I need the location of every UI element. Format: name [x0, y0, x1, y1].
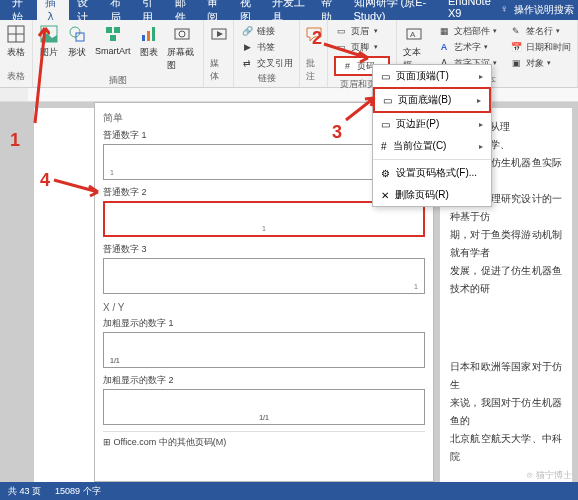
group-label: 表格: [7, 70, 25, 83]
chevron-right-icon: ▸: [479, 120, 483, 129]
shapes-icon: [67, 24, 87, 44]
office-icon: ⊞: [103, 437, 111, 447]
tell-me[interactable]: ♀操作说明搜索: [501, 3, 575, 17]
wordart-icon: A: [437, 40, 451, 54]
crossref-icon: ⇄: [240, 56, 254, 70]
group-label: 链接: [258, 72, 276, 85]
textbox-icon: A: [404, 24, 424, 44]
header-button[interactable]: ▭页眉▾: [334, 24, 390, 38]
signature-icon: ✎: [509, 24, 523, 38]
table-icon: [6, 24, 26, 44]
smartart-icon: [103, 24, 123, 44]
svg-rect-8: [114, 27, 120, 33]
preview: 1/1: [103, 332, 425, 368]
smartart-button[interactable]: SmartArt: [95, 24, 131, 56]
links-button[interactable]: 🔗链接: [240, 24, 293, 38]
group-label: 批注: [306, 57, 321, 83]
status-words[interactable]: 15089 个字: [55, 485, 101, 498]
screenshot-icon: [172, 24, 192, 44]
gallery-more-from-office[interactable]: ⊞ Office.com 中的其他页码(M): [103, 431, 425, 449]
gallery-item[interactable]: 加粗显示的数字 2 1/1: [103, 374, 425, 425]
chevron-right-icon: ▸: [477, 96, 481, 105]
svg-rect-10: [142, 35, 145, 41]
menu-format-page-numbers[interactable]: ⚙设置页码格式(F)...: [373, 162, 491, 184]
svg-rect-9: [110, 35, 116, 41]
pictures-button[interactable]: 图片: [39, 24, 59, 59]
doc-icon: ▭: [381, 119, 390, 130]
menu-bottom-of-page[interactable]: ▭页面底端(B)▸: [373, 87, 491, 113]
svg-rect-12: [152, 27, 155, 41]
media-icon: [209, 24, 229, 44]
watermark: ⊙ 猫宁博士: [526, 469, 572, 482]
shapes-button[interactable]: 形状: [67, 24, 87, 59]
gallery-section-xy: X / Y: [103, 302, 425, 313]
menu-current-position[interactable]: #当前位置(C)▸: [373, 135, 491, 157]
signature-button[interactable]: ✎签名行▾: [509, 24, 571, 38]
menu-top-of-page[interactable]: ▭页面顶端(T)▸: [373, 65, 491, 87]
comment-button[interactable]: [304, 24, 324, 44]
svg-rect-7: [106, 27, 112, 33]
datetime-button[interactable]: 📅日期和时间: [509, 40, 571, 54]
svg-text:A: A: [410, 30, 416, 39]
svg-point-14: [179, 31, 185, 37]
preview: 1: [103, 258, 425, 294]
chart-button[interactable]: 图表: [139, 24, 159, 59]
pagenum-icon: #: [340, 59, 354, 73]
footer-icon: ▭: [334, 40, 348, 54]
doc-icon: ▭: [383, 95, 392, 106]
preview: 1/1: [103, 389, 425, 425]
menu-remove-page-numbers[interactable]: ✕删除页码(R): [373, 184, 491, 206]
link-icon: 🔗: [240, 24, 254, 38]
footer-button[interactable]: ▭页脚▾: [334, 40, 390, 54]
quickparts-button[interactable]: ▦文档部件▾: [437, 24, 497, 38]
wordart-button[interactable]: A艺术字▾: [437, 40, 497, 54]
gallery-item[interactable]: 普通数字 3 1: [103, 243, 425, 294]
group-label: 媒体: [210, 57, 227, 83]
chevron-right-icon: ▸: [479, 142, 483, 151]
picture-icon: [39, 24, 59, 44]
gallery-item[interactable]: 加粗显示的数字 1 1/1: [103, 317, 425, 368]
format-icon: ⚙: [381, 168, 390, 179]
status-pages[interactable]: 共 43 页: [8, 485, 41, 498]
menu-page-margins[interactable]: ▭页边距(P)▸: [373, 113, 491, 135]
page-number-menu: ▭页面顶端(T)▸ ▭页面底端(B)▸ ▭页边距(P)▸ #当前位置(C)▸ ⚙…: [372, 64, 492, 207]
bookmark-button[interactable]: ▶书签: [240, 40, 293, 54]
remove-icon: ✕: [381, 190, 389, 201]
header-icon: ▭: [334, 24, 348, 38]
ribbon-tabs: 开始 插入 设计 布局 引用 邮件 审阅 视图 开发工具 帮助 知网研学 (原E…: [0, 0, 578, 20]
screenshot-button[interactable]: 屏幕截图: [167, 24, 198, 72]
group-label: 插图: [109, 74, 127, 87]
crossref-button[interactable]: ⇄交叉引用: [240, 56, 293, 70]
datetime-icon: 📅: [509, 40, 523, 54]
table-button[interactable]: 表格: [6, 24, 26, 59]
object-button[interactable]: ▣对象▾: [509, 56, 571, 70]
doc-icon: ▭: [381, 71, 390, 82]
svg-point-4: [44, 29, 48, 33]
svg-point-5: [70, 27, 80, 37]
svg-rect-11: [147, 31, 150, 41]
object-icon: ▣: [509, 56, 523, 70]
bookmark-icon: ▶: [240, 40, 254, 54]
status-bar: 共 43 页 15089 个字: [0, 482, 578, 500]
parts-icon: ▦: [437, 24, 451, 38]
doc-icon: #: [381, 141, 387, 152]
comment-icon: [304, 24, 324, 44]
chart-icon: [139, 24, 159, 44]
chevron-right-icon: ▸: [479, 72, 483, 81]
media-button[interactable]: [209, 24, 229, 44]
